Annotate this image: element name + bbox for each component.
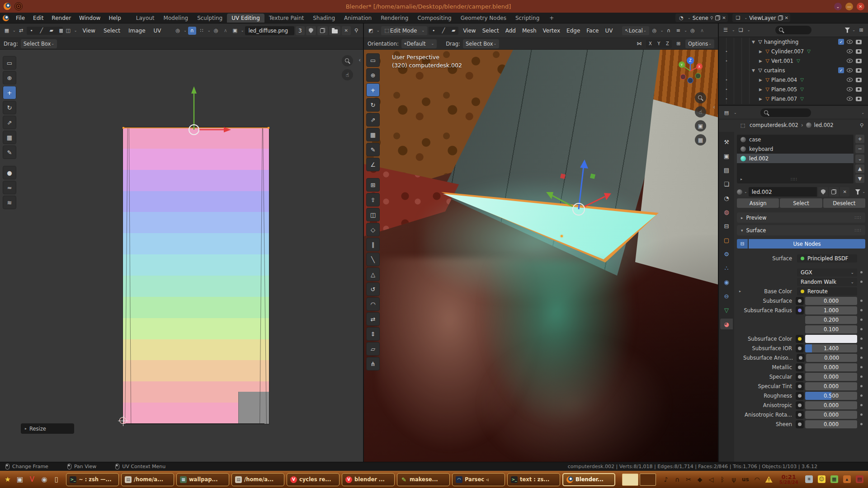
- outliner-row[interactable]: • ▶ ▽ Plane.005 ▽ ✓: [719, 84, 868, 94]
- uv-canvas[interactable]: ▭⊕+↻⇗▦✎●≈≋: [0, 50, 363, 462]
- viewport-tool-button[interactable]: ◫: [366, 208, 380, 221]
- unlink-image-button[interactable]: ✕: [342, 26, 351, 35]
- uv-select-mode-button[interactable]: ▰: [47, 27, 57, 35]
- taskbar-window-button[interactable]: Blender...: [562, 473, 615, 486]
- properties-tab[interactable]: ▣: [720, 150, 733, 161]
- uv-tool-button[interactable]: ⇗: [3, 116, 16, 129]
- expander-icon[interactable]: ▶: [758, 59, 764, 63]
- outliner-row[interactable]: • ▶ ▽ Cylinder.007 ▽ ✓: [719, 47, 868, 56]
- tray-app-icon[interactable]: ☺: [818, 475, 826, 483]
- sidebar-collapse-icon[interactable]: ‹: [713, 104, 715, 110]
- tray-icon[interactable]: ◁: [708, 476, 714, 483]
- viewport-tool-button[interactable]: ∥: [366, 238, 380, 251]
- viewport-tool-button[interactable]: ∠: [366, 158, 380, 171]
- viewport-menu-item[interactable]: View: [460, 27, 479, 35]
- property-field[interactable]: Reroute: [797, 287, 857, 296]
- copy-icon[interactable]: [715, 15, 720, 20]
- uv-menu-item[interactable]: Select: [99, 27, 124, 35]
- viewport-tool-button[interactable]: ◠: [366, 297, 380, 311]
- workspace-tab[interactable]: Rendering: [376, 14, 413, 23]
- outliner-row[interactable]: • ▼ ▽ curtains ▽ ✓: [719, 66, 868, 75]
- gizmo-x-arrow[interactable]: [604, 193, 611, 200]
- viewport-menu-item[interactable]: Edge: [563, 27, 583, 35]
- expand-icon[interactable]: ▸: [737, 289, 743, 293]
- render-camera-icon[interactable]: [856, 78, 862, 82]
- pivot-point-icon[interactable]: ◎: [651, 27, 659, 35]
- render-camera-icon[interactable]: [856, 59, 862, 63]
- property-field[interactable]: 0.500: [805, 392, 857, 400]
- filter-image-icon[interactable]: ❏: [737, 26, 745, 34]
- workspace-tab[interactable]: Modeling: [159, 14, 193, 23]
- zoom-icon[interactable]: [695, 92, 706, 103]
- filter-icon[interactable]: [844, 28, 850, 33]
- warning-icon[interactable]: !: [765, 476, 773, 483]
- surface-panel-header[interactable]: ▾ Surface ∷∷: [737, 225, 865, 235]
- expander-icon[interactable]: ▶: [758, 97, 764, 101]
- uv-tool-button[interactable]: ⊕: [3, 71, 16, 84]
- property-field[interactable]: 0.000: [805, 297, 857, 305]
- uv-select-mode-button[interactable]: ▩: [57, 27, 63, 35]
- axis-y-neg[interactable]: [695, 73, 701, 79]
- properties-tab[interactable]: ⚙: [720, 249, 733, 259]
- transform-orientation-select[interactable]: ↖Local⌄: [622, 26, 649, 35]
- viewport-tool-button[interactable]: ▦: [366, 128, 380, 141]
- workspace-tab[interactable]: UV Editing: [227, 14, 264, 23]
- expander-icon[interactable]: ▶: [758, 49, 764, 54]
- viewport-tool-button[interactable]: +: [366, 83, 380, 97]
- viewport-tool-button[interactable]: ⇄: [366, 312, 380, 326]
- workspace-tab[interactable]: Geometry Nodes: [456, 14, 511, 23]
- property-field[interactable]: 0.000: [805, 382, 857, 390]
- viewport-menu-item[interactable]: Select: [479, 27, 502, 35]
- orientation-select[interactable]: ⌖Default⌄: [401, 39, 437, 48]
- falloff-icon[interactable]: ∧: [222, 27, 230, 35]
- image-name-field[interactable]: led_diffuse.png: [245, 26, 294, 35]
- uv-sync-icon[interactable]: ⇄: [17, 27, 25, 35]
- gizmo-z-arrow[interactable]: [580, 160, 588, 169]
- tray-icon[interactable]: ✂: [685, 476, 692, 483]
- breadcrumb-object[interactable]: computerdesk.002: [750, 122, 798, 128]
- new-image-button[interactable]: [317, 26, 328, 35]
- viewport-tool-button[interactable]: ↺: [366, 282, 380, 296]
- camera-view-icon[interactable]: ▣: [695, 120, 706, 131]
- pin-icon[interactable]: ⚲: [860, 122, 863, 128]
- new-collection-icon[interactable]: ⊞: [857, 26, 865, 34]
- outliner-row[interactable]: • ▶ ▽ Plane.007 ▽ ✓: [719, 94, 868, 103]
- menu-item[interactable]: File: [12, 14, 29, 22]
- render-camera-icon[interactable]: [856, 87, 862, 92]
- outliner-row[interactable]: • ▶ ▽ Vert.001 ▽ ✓: [719, 56, 868, 66]
- taskbar-window-button[interactable]: >_ text : zs...: [507, 473, 560, 486]
- material-slot[interactable]: led.002: [737, 154, 854, 163]
- snap-icon[interactable]: ∩: [188, 27, 196, 35]
- workspace-tab[interactable]: Sculpting: [193, 14, 227, 23]
- properties-search-input[interactable]: [760, 108, 811, 117]
- mirror-axis-button[interactable]: Y: [655, 40, 663, 48]
- uv-select-mode-button[interactable]: ∙: [27, 27, 37, 35]
- property-field[interactable]: 0.000: [805, 411, 857, 419]
- pager-cell[interactable]: [640, 474, 656, 486]
- tray-icon[interactable]: ᛒ: [719, 476, 726, 483]
- keyframe-dot[interactable]: [857, 290, 865, 292]
- launcher-icon[interactable]: ▣: [15, 474, 25, 484]
- viewport-tool-button[interactable]: ⊞: [366, 178, 380, 192]
- slot-button[interactable]: ⌄: [855, 155, 864, 163]
- distribution-select[interactable]: GGX⌄: [797, 268, 857, 277]
- mesh-select-mode-button[interactable]: ╱: [439, 27, 448, 35]
- uv-select-mode-button[interactable]: ╱: [37, 27, 47, 35]
- scene-selector[interactable]: ◔⌄ Scene ⚲ ✕: [675, 14, 727, 22]
- visibility-eye-icon[interactable]: [847, 97, 853, 101]
- workspace-tab[interactable]: Animation: [340, 14, 376, 23]
- render-camera-icon[interactable]: [856, 97, 862, 101]
- launcher-icon[interactable]: V: [27, 474, 37, 484]
- uv-menu-item[interactable]: UV: [150, 27, 165, 35]
- keyframe-dot[interactable]: [857, 394, 865, 397]
- image-users-button[interactable]: 3: [296, 26, 305, 35]
- workspace-tab[interactable]: Shading: [308, 14, 340, 23]
- grid-ortho-icon[interactable]: ▦: [695, 134, 706, 145]
- keyframe-dot[interactable]: [857, 375, 865, 378]
- property-field[interactable]: 1.000: [805, 306, 857, 314]
- use-nodes-button[interactable]: Use Nodes: [749, 239, 865, 249]
- menu-item[interactable]: Edit: [29, 14, 47, 22]
- minimize-button[interactable]: —: [845, 3, 853, 10]
- visibility-eye-icon[interactable]: [847, 87, 853, 91]
- open-image-button[interactable]: [329, 26, 340, 35]
